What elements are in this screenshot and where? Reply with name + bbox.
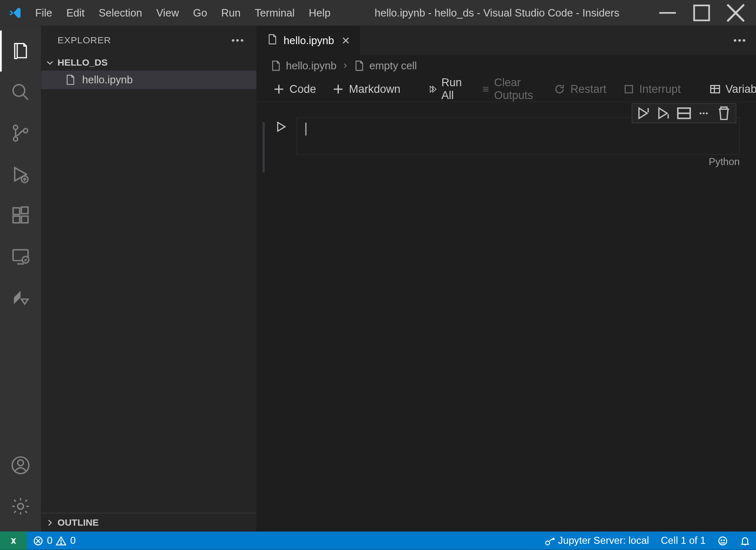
- status-errors-count: 0: [47, 535, 52, 547]
- breadcrumbs[interactable]: hello.ipynb empty cell: [256, 55, 756, 76]
- svg-point-46: [61, 543, 62, 544]
- run-all-button[interactable]: Run All: [423, 73, 472, 104]
- tabs-bar: hello.ipynb •••: [256, 26, 756, 55]
- svg-point-48: [552, 538, 554, 540]
- activity-explorer[interactable]: [0, 31, 41, 72]
- svg-point-50: [721, 540, 722, 541]
- folder-name: HELLO_DS: [57, 57, 107, 68]
- clear-outputs-button[interactable]: Clear Outputs: [476, 73, 543, 104]
- window-maximize-button[interactable]: [692, 4, 711, 22]
- menu-help[interactable]: Help: [303, 5, 337, 21]
- file-item-hello-ipynb[interactable]: hello.ipynb: [41, 71, 257, 90]
- activity-run-debug[interactable]: [0, 154, 41, 195]
- add-code-button[interactable]: Code: [267, 80, 322, 98]
- title-bar: File Edit Selection View Go Run Terminal…: [0, 0, 756, 26]
- svg-rect-13: [21, 207, 28, 214]
- breadcrumb-cell[interactable]: empty cell: [370, 59, 417, 72]
- add-markdown-button[interactable]: Markdown: [327, 80, 406, 98]
- svg-point-47: [545, 541, 550, 545]
- cell-more-icon[interactable]: •••: [696, 106, 712, 120]
- svg-point-49: [719, 537, 727, 545]
- svg-rect-29: [625, 85, 633, 93]
- activity-extensions[interactable]: [0, 195, 41, 236]
- cell-toolbar: •••: [632, 103, 736, 123]
- explorer-sidebar: EXPLORER ••• HELLO_DS hello.ipynb OUTLIN…: [41, 26, 257, 532]
- activity-remote-explorer[interactable]: [0, 236, 41, 277]
- status-jupyter-server[interactable]: Jupyter Server: local: [538, 532, 655, 550]
- file-icon: [64, 74, 76, 85]
- vscode-logo-icon: [8, 6, 22, 20]
- file-icon: [267, 34, 278, 47]
- activity-liveshare[interactable]: [0, 277, 41, 318]
- menu-run[interactable]: Run: [216, 5, 246, 21]
- variables-button[interactable]: Variables: [703, 80, 756, 98]
- tab-hello-ipynb[interactable]: hello.ipynb: [256, 26, 360, 55]
- svg-point-4: [13, 85, 25, 96]
- restart-button[interactable]: Restart: [548, 80, 612, 98]
- status-remote-button[interactable]: [0, 532, 27, 550]
- cell-focus-indicator: [263, 122, 265, 172]
- window-title: hello.ipynb - hello_ds - Visual Studio C…: [337, 7, 658, 19]
- activity-settings[interactable]: [0, 486, 41, 527]
- svg-rect-1: [694, 5, 709, 20]
- tab-label: hello.ipynb: [284, 34, 334, 47]
- interrupt-button[interactable]: Interrupt: [617, 80, 687, 98]
- svg-rect-30: [711, 85, 719, 93]
- execute-below-icon[interactable]: [656, 106, 672, 120]
- svg-point-51: [724, 540, 725, 541]
- cell-language-label[interactable]: Python: [709, 156, 739, 167]
- activity-source-control[interactable]: [0, 113, 41, 154]
- sidebar-more-icon[interactable]: •••: [232, 35, 245, 46]
- editor-more-icon[interactable]: •••: [733, 35, 747, 46]
- menu-go[interactable]: Go: [187, 5, 213, 21]
- menu-terminal[interactable]: Terminal: [249, 5, 301, 21]
- svg-rect-11: [13, 216, 20, 223]
- svg-line-5: [23, 94, 28, 99]
- text-cursor: [305, 123, 306, 135]
- notebook-cell[interactable]: ••• Python: [263, 107, 751, 172]
- svg-rect-10: [13, 208, 20, 215]
- svg-point-19: [18, 504, 24, 510]
- editor-group: hello.ipynb ••• hello.ipynb: [256, 26, 756, 532]
- outline-header[interactable]: OUTLINE: [41, 513, 257, 532]
- menu-view[interactable]: View: [150, 5, 185, 21]
- split-cell-icon[interactable]: [676, 106, 692, 120]
- menu-edit[interactable]: Edit: [60, 5, 90, 21]
- svg-point-18: [18, 460, 24, 466]
- status-warnings-count: 0: [70, 535, 76, 547]
- status-feedback-icon[interactable]: [711, 532, 734, 550]
- svg-point-6: [14, 125, 18, 130]
- outline-label: OUTLINE: [57, 517, 99, 528]
- window-minimize-button[interactable]: [658, 4, 678, 22]
- window-close-button[interactable]: [726, 4, 746, 22]
- status-bar: 0 0 Jupyter Server: local Cell 1 of 1: [0, 532, 756, 550]
- svg-rect-12: [21, 216, 28, 223]
- breadcrumb-file[interactable]: hello.ipynb: [286, 59, 337, 72]
- status-notifications-icon[interactable]: [734, 532, 756, 550]
- notebook-toolbar: Code Markdown Run All Clear Outputs: [256, 76, 756, 102]
- run-cell-icon[interactable]: [275, 121, 286, 135]
- status-cell-position[interactable]: Cell 1 of 1: [655, 532, 711, 550]
- menu-file[interactable]: File: [29, 5, 58, 21]
- activity-accounts[interactable]: [0, 445, 41, 486]
- tab-close-icon[interactable]: [340, 35, 351, 46]
- menu-bar: File Edit Selection View Go Run Terminal…: [29, 5, 337, 21]
- delete-cell-icon[interactable]: [716, 106, 732, 120]
- folder-header[interactable]: HELLO_DS: [41, 55, 257, 71]
- file-label: hello.ipynb: [82, 73, 133, 86]
- run-by-line-icon[interactable]: [636, 106, 652, 120]
- menu-selection[interactable]: Selection: [93, 5, 148, 21]
- notebook-body: ••• Python: [256, 102, 756, 531]
- activity-bar: [0, 26, 41, 532]
- status-problems[interactable]: 0 0: [27, 532, 81, 550]
- svg-point-8: [24, 129, 28, 133]
- sidebar-title: EXPLORER: [57, 35, 111, 46]
- activity-search[interactable]: [0, 71, 41, 113]
- svg-point-7: [14, 137, 18, 141]
